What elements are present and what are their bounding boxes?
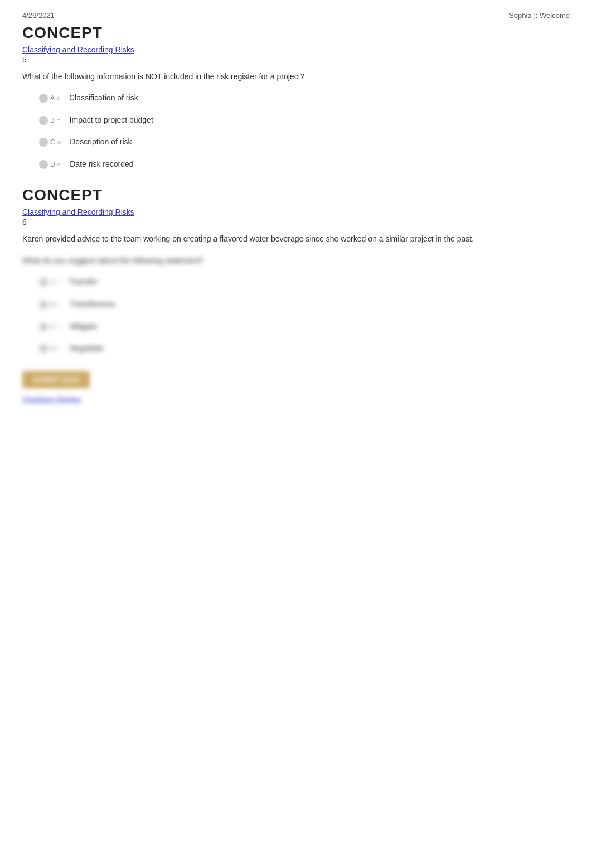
page-container: 4/26/2021 Sophia :: Welcome CONCEPT Clas… xyxy=(0,0,592,442)
answer-option-2c: C ○ Mitigate xyxy=(39,321,570,332)
radio-label-1b: B ○ xyxy=(50,117,61,124)
question-text-1: What of the following information is NOT… xyxy=(22,71,570,83)
answer-text-1d: Date risk recorded xyxy=(67,159,133,170)
radio-label-1c: C ○ xyxy=(50,138,61,146)
radio-btn-1a[interactable] xyxy=(39,94,48,103)
answer-options-1: A ○ Classification of risk B ○ Impact to… xyxy=(39,93,570,170)
answer-option-2d: D ○ Negotiate xyxy=(39,343,570,354)
concept-label-2: CONCEPT xyxy=(22,186,570,204)
answer-text-2d: Negotiate xyxy=(67,343,103,354)
header-bar: 4/26/2021 Sophia :: Welcome xyxy=(22,11,570,20)
radio-btn-2b[interactable] xyxy=(39,300,48,309)
radio-group-2a[interactable]: A ○ xyxy=(39,278,60,287)
radio-group-1c[interactable]: C ○ xyxy=(39,138,61,147)
radio-group-2b[interactable]: B ○ xyxy=(39,300,61,309)
answer-text-1c: Description of risk xyxy=(67,137,132,148)
answer-text-1b: Impact to project budget xyxy=(67,115,153,126)
submit-quiz-button[interactable]: SUBMIT QUIZ xyxy=(22,371,90,388)
radio-label-1d: D ○ xyxy=(50,161,61,168)
radio-btn-2a[interactable] xyxy=(39,278,48,287)
question-text-2: Karen provided advice to the team workin… xyxy=(22,233,570,245)
radio-btn-1b[interactable] xyxy=(39,116,48,125)
radio-group-2c[interactable]: C ○ xyxy=(39,322,61,331)
answer-options-2: A ○ Transfer B ○ Transference C ○ Mitiga… xyxy=(39,277,570,354)
sub-question-blurred: What do you suggest about the following … xyxy=(22,255,570,267)
section-2: CONCEPT Classifying and Recording Risks … xyxy=(22,186,570,403)
radio-btn-2c[interactable] xyxy=(39,322,48,331)
radio-group-2d[interactable]: D ○ xyxy=(39,344,61,353)
answer-option-2a: A ○ Transfer xyxy=(39,277,570,288)
answer-option-1b: B ○ Impact to project budget xyxy=(39,115,570,126)
radio-label-2c: C ○ xyxy=(50,323,61,331)
radio-label-2d: D ○ xyxy=(50,345,61,353)
radio-label-2b: B ○ xyxy=(50,301,61,308)
radio-btn-2d[interactable] xyxy=(39,344,48,353)
concept-label-1: CONCEPT xyxy=(22,24,570,42)
answer-text-2c: Mitigate xyxy=(67,321,97,332)
answer-text-1a: Classification of risk xyxy=(67,93,138,104)
radio-label-1a: A ○ xyxy=(50,94,60,102)
header-date: 4/26/2021 xyxy=(22,11,55,20)
radio-group-1b[interactable]: B ○ xyxy=(39,116,61,125)
radio-group-1d[interactable]: D ○ xyxy=(39,160,61,169)
topic-link-2[interactable]: Classifying and Recording Risks xyxy=(22,208,570,216)
questions-review-link[interactable]: Questions Review xyxy=(22,395,570,403)
question-number-1: 5 xyxy=(22,55,570,64)
footer-section: SUBMIT QUIZ Questions Review xyxy=(22,371,570,403)
radio-group-1a[interactable]: A ○ xyxy=(39,94,60,103)
answer-text-2b: Transference xyxy=(67,299,115,310)
radio-label-2a: A ○ xyxy=(50,278,60,286)
answer-option-1d: D ○ Date risk recorded xyxy=(39,159,570,170)
topic-link-1[interactable]: Classifying and Recording Risks xyxy=(22,45,570,54)
header-user: Sophia :: Welcome xyxy=(509,11,570,20)
answer-option-2b: B ○ Transference xyxy=(39,299,570,310)
answer-option-1c: C ○ Description of risk xyxy=(39,137,570,148)
question-number-2: 6 xyxy=(22,218,570,226)
section-1: CONCEPT Classifying and Recording Risks … xyxy=(22,24,570,170)
answer-text-2a: Transfer xyxy=(67,277,98,288)
answer-option-1a: A ○ Classification of risk xyxy=(39,93,570,104)
radio-btn-1c[interactable] xyxy=(39,138,48,147)
radio-btn-1d[interactable] xyxy=(39,160,48,169)
